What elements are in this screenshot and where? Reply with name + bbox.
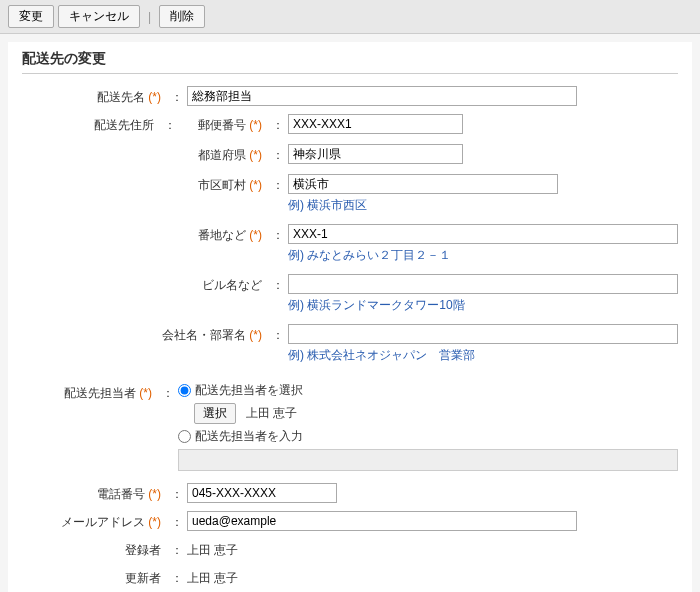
label-postal: 郵便番号	[198, 118, 246, 132]
label-dest-name: 配送先名	[97, 90, 145, 104]
required-mark: (*)	[148, 90, 161, 104]
form-container: 配送先の変更 配送先名 (*) ： 配送先住所 ： 郵便番号 (*) ：	[8, 42, 692, 592]
contact-select-button[interactable]: 選択	[194, 403, 236, 424]
contact-radio-select[interactable]	[178, 384, 191, 397]
label-street: 番地など	[198, 228, 246, 242]
row-postal: 郵便番号 (*) ：	[180, 114, 678, 134]
registrant-value: 上田 恵子	[187, 539, 678, 559]
row-company: 会社名・部署名 (*) ： 例) 株式会社ネオジャパン 営業部	[140, 324, 678, 364]
building-hint: 例) 横浜ランドマークタワー10階	[288, 297, 678, 314]
label-registrant: 登録者	[125, 543, 161, 557]
form-title: 配送先の変更	[22, 50, 678, 74]
label-company: 会社名・部署名	[162, 328, 246, 342]
delete-button[interactable]: 削除	[159, 5, 205, 28]
cancel-button[interactable]: キャンセル	[58, 5, 140, 28]
updater-value: 上田 恵子	[187, 567, 678, 587]
postal-input[interactable]	[288, 114, 463, 134]
row-prefecture: 都道府県 (*) ：	[180, 144, 678, 164]
top-toolbar: 変更 キャンセル | 削除	[0, 0, 700, 34]
label-prefecture: 都道府県	[198, 148, 246, 162]
contact-radio-input[interactable]	[178, 430, 191, 443]
city-hint: 例) 横浜市西区	[288, 197, 558, 214]
prefecture-input[interactable]	[288, 144, 463, 164]
company-hint: 例) 株式会社ネオジャパン 営業部	[288, 347, 678, 364]
toolbar-separator: |	[148, 10, 151, 24]
row-registrant: 登録者 ： 上田 恵子	[22, 539, 678, 559]
street-input[interactable]	[288, 224, 678, 244]
row-city: 市区町村 (*) ： 例) 横浜市西区	[180, 174, 678, 214]
contact-selected-name: 上田 恵子	[246, 405, 297, 422]
label-contact: 配送先担当者	[64, 386, 136, 400]
change-button[interactable]: 変更	[8, 5, 54, 28]
row-contact: 配送先担当者 (*) ： 配送先担当者を選択 選択 上田 恵子 配送先担当者を入…	[22, 382, 678, 471]
row-dest-name: 配送先名 (*) ：	[22, 86, 678, 106]
dest-name-input[interactable]	[187, 86, 577, 106]
label-phone: 電話番号	[97, 487, 145, 501]
email-input[interactable]	[187, 511, 577, 531]
company-input[interactable]	[288, 324, 678, 344]
phone-input[interactable]	[187, 483, 337, 503]
contact-readonly-box	[178, 449, 678, 471]
city-input[interactable]	[288, 174, 558, 194]
row-dest-address: 配送先住所 ： 郵便番号 (*) ： 都道府県 (*) ：	[22, 114, 678, 374]
label-dest-address: 配送先住所	[94, 118, 154, 132]
row-street: 番地など (*) ： 例) みなとみらい２丁目２－１	[180, 224, 678, 264]
label-updater: 更新者	[125, 571, 161, 585]
row-email: メールアドレス (*) ：	[22, 511, 678, 531]
row-building: ビル名など ： 例) 横浜ランドマークタワー10階	[180, 274, 678, 314]
street-hint: 例) みなとみらい２丁目２－１	[288, 247, 678, 264]
row-phone: 電話番号 (*) ：	[22, 483, 678, 503]
contact-radio-input-label: 配送先担当者を入力	[195, 428, 303, 445]
row-updater: 更新者 ： 上田 恵子	[22, 567, 678, 587]
contact-radio-select-label: 配送先担当者を選択	[195, 382, 303, 399]
building-input[interactable]	[288, 274, 678, 294]
label-city: 市区町村	[198, 178, 246, 192]
label-email: メールアドレス	[61, 515, 145, 529]
label-building: ビル名など	[202, 278, 262, 292]
